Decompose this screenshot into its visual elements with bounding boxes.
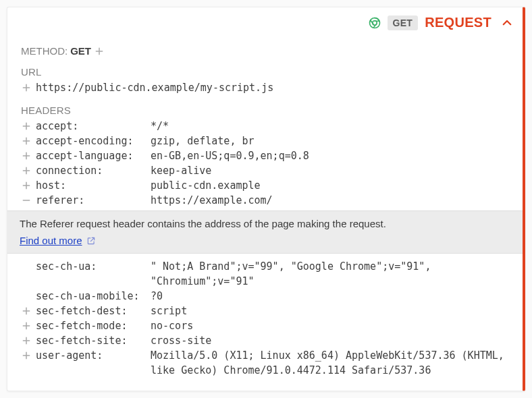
method-value: GET (70, 45, 91, 57)
header-value: script (151, 304, 509, 318)
plus-icon[interactable] (21, 150, 32, 161)
method-badge: GET (388, 16, 419, 30)
method-line: METHOD: GET (21, 45, 509, 57)
headers-label: HEADERS (21, 105, 509, 116)
header-row: connection:keep-alive (21, 163, 509, 178)
headers-list-top: accept:*/*accept-encoding:gzip, deflate,… (21, 119, 509, 208)
plus-icon[interactable] (21, 306, 32, 316)
chrome-icon (369, 17, 381, 29)
minus-icon[interactable] (21, 195, 32, 206)
header-key: accept-encoding: (36, 134, 147, 148)
header-row: sec-fetch-mode:no-cors (21, 318, 509, 333)
header-value: cross-site (151, 333, 509, 348)
header-row: sec-fetch-dest:script (21, 304, 509, 318)
header-row: accept-language:en-GB,en-US;q=0.9,en;q=0… (21, 148, 509, 163)
header-row: sec-ch-ua:" Not;A Brand";v="99", "Google… (21, 259, 509, 289)
header-value: " Not;A Brand";v="99", "Google Chrome";v… (151, 259, 509, 289)
header-value: ?0 (151, 289, 509, 304)
header-row: referer:https://example.com/ (21, 193, 509, 208)
header-key: user-agent: (36, 348, 147, 363)
header-row: user-agent:Mozilla/5.0 (X11; Linux x86_6… (21, 348, 509, 378)
header-value: https://example.com/ (151, 193, 509, 208)
header-key: sec-fetch-dest: (36, 304, 147, 318)
info-link-label: Find out more (20, 235, 82, 246)
panel-header: GET REQUEST (7, 7, 523, 33)
find-out-more-link[interactable]: Find out more (20, 235, 96, 246)
request-panel: GET REQUEST METHOD: GET URL https://publ… (7, 7, 525, 391)
header-key: accept-language: (36, 148, 147, 163)
header-row: host:public-cdn.example (21, 178, 509, 193)
plus-icon[interactable] (94, 46, 105, 57)
header-key: referer: (36, 193, 147, 208)
plus-icon[interactable] (21, 165, 32, 176)
plus-icon[interactable] (21, 335, 32, 346)
header-key: sec-ch-ua-mobile: (36, 289, 147, 304)
plus-icon[interactable] (21, 350, 32, 361)
chevron-up-icon[interactable] (501, 17, 513, 29)
plus-icon[interactable] (21, 82, 32, 93)
header-key: host: (36, 178, 147, 193)
panel-body-top: METHOD: GET URL https://public-cdn.examp… (7, 33, 523, 210)
header-row: accept-encoding:gzip, deflate, br (21, 134, 509, 148)
panel-body-bottom: sec-ch-ua:" Not;A Brand";v="99", "Google… (7, 254, 523, 380)
header-key: sec-ch-ua: (36, 259, 147, 274)
plus-icon[interactable] (21, 320, 32, 331)
plus-icon[interactable] (21, 136, 32, 146)
info-text: The Referer request header contains the … (20, 218, 510, 229)
header-row: accept:*/* (21, 119, 509, 134)
header-row: sec-fetch-site:cross-site (21, 333, 509, 348)
header-value: public-cdn.example (151, 178, 509, 193)
header-value: gzip, deflate, br (151, 134, 509, 148)
header-key: sec-fetch-site: (36, 333, 147, 348)
header-value: keep-alive (151, 163, 509, 178)
plus-icon[interactable] (21, 121, 32, 132)
header-row: sec-ch-ua-mobile:?0 (21, 289, 509, 304)
header-key: accept: (36, 119, 147, 134)
url-value: https://public-cdn.example/my-script.js (36, 80, 273, 95)
header-key: connection: (36, 163, 147, 178)
header-value: Mozilla/5.0 (X11; Linux x86_64) AppleWeb… (151, 348, 509, 378)
plus-icon[interactable] (21, 180, 32, 191)
url-row: https://public-cdn.example/my-script.js (21, 80, 509, 95)
headers-list-bottom: sec-ch-ua:" Not;A Brand";v="99", "Google… (21, 259, 509, 378)
request-title: REQUEST (425, 15, 491, 30)
method-label: METHOD: (21, 45, 68, 57)
header-value: */* (151, 119, 509, 134)
header-key: sec-fetch-mode: (36, 318, 147, 333)
header-value: en-GB,en-US;q=0.9,en;q=0.8 (151, 148, 509, 163)
external-link-icon (86, 236, 96, 246)
url-label: URL (21, 66, 509, 78)
header-value: no-cors (151, 318, 509, 333)
info-box: The Referer request header contains the … (7, 210, 523, 254)
